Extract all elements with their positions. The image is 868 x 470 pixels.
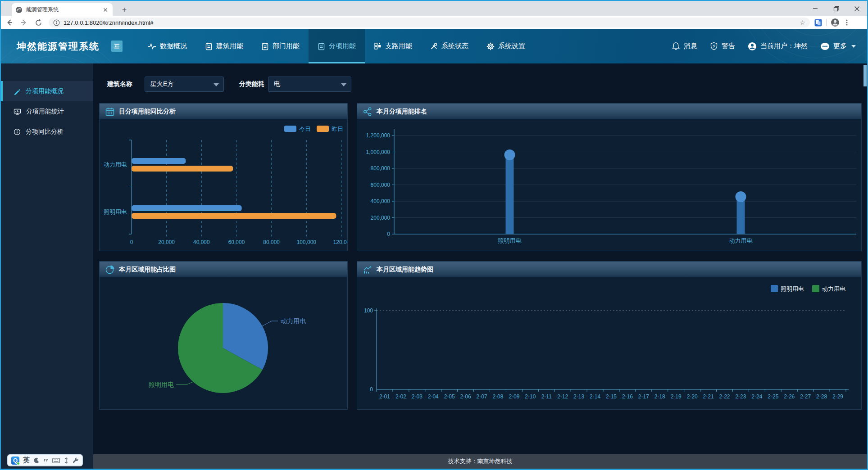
svg-text:2-09: 2-09 (509, 393, 519, 400)
pie-chart-icon (105, 265, 115, 275)
nav-item-building-energy[interactable]: 建筑用能 (196, 29, 252, 63)
filter-bar: 建筑名称 星火E方 分类能耗 电 (93, 77, 867, 92)
new-tab-button[interactable]: + (119, 5, 130, 15)
svg-text:动力用电: 动力用电 (281, 317, 306, 325)
main-navigation: 数据概况 建筑用能 部门用能 (139, 29, 534, 63)
svg-text:动力用电: 动力用电 (104, 161, 127, 168)
svg-text:2-11: 2-11 (541, 393, 552, 400)
sidebar-item-yoy-analysis[interactable]: 分项同比分析 (1, 122, 93, 142)
sidebar-item-overview[interactable]: 分项用能概况 (1, 81, 93, 101)
svg-text:200,000: 200,000 (371, 215, 391, 221)
profile-avatar[interactable] (831, 18, 840, 27)
panel-header: 本月分项用能排名 (357, 104, 861, 120)
panel-pie: 本月区域用能占比图 动力用电照明用电 (99, 261, 348, 410)
browser-tab[interactable]: 能源管理系统 (12, 3, 113, 16)
svg-text:1,200,000: 1,200,000 (366, 132, 391, 139)
energy-select[interactable]: 电 (268, 77, 351, 92)
svg-text:照明用电: 照明用电 (498, 237, 522, 244)
svg-text:2-17: 2-17 (638, 393, 649, 400)
keyboard-icon[interactable] (52, 458, 60, 463)
url-text[interactable]: 127.0.0.1:8020/krznnh/index.html# (64, 19, 800, 26)
svg-text:2-25: 2-25 (768, 393, 778, 400)
messages-button[interactable]: 消息 (672, 42, 697, 50)
header-right: 消息 警告 当前用户：坤然 (672, 29, 856, 63)
svg-text:今日: 今日 (299, 126, 311, 132)
nav-item-department-energy[interactable]: 部门用能 (252, 29, 309, 63)
panel-title: 本月分项用能排名 (377, 108, 427, 116)
svg-text:2-06: 2-06 (460, 393, 471, 400)
user-icon (748, 42, 757, 51)
toggle-icon[interactable] (64, 457, 69, 464)
building-name-label: 建筑名称 (107, 80, 132, 88)
sidebar-item-statistics[interactable]: 分项用能统计 (1, 101, 93, 122)
trend-chart-icon (363, 265, 373, 275)
nav-item-branch-energy[interactable]: 支路用能 (365, 29, 421, 63)
app-header: 坤然能源管理系统 数据概况 (1, 29, 867, 63)
wrench-icon[interactable] (73, 457, 79, 464)
window-close-button[interactable] (846, 1, 867, 16)
gear-icon (486, 42, 495, 50)
chrome-menu-icon[interactable] (844, 19, 850, 26)
forward-button[interactable] (18, 17, 30, 28)
moon-icon[interactable] (33, 457, 40, 464)
browser-toolbar: 127.0.0.1:8020/krznnh/index.html# ☆ (1, 16, 867, 29)
svg-text:800,000: 800,000 (371, 165, 391, 172)
panel-title: 日分项用能同比分析 (119, 108, 176, 116)
trend-chart[interactable]: 10002-012-022-032-042-052-062-072-082-09… (357, 278, 861, 409)
reload-button[interactable] (32, 17, 44, 28)
extension-icon[interactable] (814, 19, 822, 27)
nav-item-system-settings[interactable]: 系统设置 (477, 29, 534, 63)
nav-item-system-status[interactable]: 系统状态 (421, 29, 477, 63)
svg-text:2-22: 2-22 (719, 393, 730, 400)
nav-item-subitem-energy[interactable]: 分项用能 (309, 29, 365, 63)
svg-text:2-10: 2-10 (525, 393, 536, 400)
svg-text:2-03: 2-03 (412, 393, 423, 400)
scrollbar-thumb[interactable] (863, 65, 867, 86)
ime-language-toggle[interactable]: 英 (23, 456, 30, 465)
address-bar[interactable]: 127.0.0.1:8020/krznnh/index.html# ☆ (49, 18, 810, 27)
svg-text:2-13: 2-13 (573, 393, 584, 400)
alerts-button[interactable]: 警告 (710, 42, 735, 50)
svg-text:600,000: 600,000 (371, 182, 391, 188)
main-content: 建筑名称 星火E方 分类能耗 电 (93, 63, 867, 469)
svg-text:2-26: 2-26 (784, 393, 795, 400)
calendar-icon (105, 107, 115, 117)
ranking-chart[interactable]: 0200,000400,000600,000800,0001,000,0001,… (357, 120, 861, 250)
svg-text:2-23: 2-23 (735, 393, 746, 400)
select-caret-icon (214, 83, 219, 86)
ime-logo-icon[interactable]: Q (11, 456, 19, 465)
pie-chart[interactable]: 动力用电照明用电 (100, 278, 347, 409)
ellipsis-icon (820, 42, 830, 50)
svg-text:0: 0 (370, 386, 373, 393)
svg-text:2-15: 2-15 (606, 393, 617, 400)
svg-text:2-21: 2-21 (703, 393, 714, 400)
subitem-energy-icon (318, 42, 325, 50)
svg-text:2-20: 2-20 (687, 393, 698, 400)
building-select[interactable]: 星火E方 (145, 77, 224, 92)
panel-header: 日分项用能同比分析 (100, 104, 347, 120)
tab-close-icon[interactable] (102, 6, 109, 14)
site-info-icon[interactable] (53, 19, 60, 26)
menu-collapse-button[interactable] (111, 41, 123, 52)
svg-text:2-07: 2-07 (477, 393, 487, 400)
svg-text:照明用电: 照明用电 (781, 285, 804, 292)
bell-icon (672, 42, 680, 50)
window-minimize-button[interactable] (805, 1, 826, 16)
panel-header: 本月区域用能趋势图 (357, 262, 861, 278)
favicon-globe-icon (15, 6, 23, 14)
current-user[interactable]: 当前用户：坤然 (748, 42, 808, 51)
nav-item-data-overview[interactable]: 数据概况 (139, 29, 196, 63)
svg-text:100,000: 100,000 (297, 239, 317, 245)
svg-text:2-14: 2-14 (590, 393, 600, 400)
back-button[interactable] (4, 17, 15, 28)
svg-text:2-08: 2-08 (492, 393, 503, 400)
punctuation-icon[interactable] (43, 458, 49, 463)
ime-toolbar[interactable]: Q 英 (7, 454, 83, 466)
panel-header: 本月区域用能占比图 (100, 262, 347, 278)
panel-trend: 本月区域用能趋势图 10002-012-022-032-042-052-062-… (357, 261, 862, 410)
bookmark-star-icon[interactable]: ☆ (800, 19, 805, 26)
more-menu[interactable]: 更多 (820, 42, 856, 50)
select-caret-icon (341, 83, 346, 86)
daily-compare-chart[interactable]: 020,00040,00060,00080,000100,000120,00动力… (100, 120, 347, 250)
window-restore-button[interactable] (826, 1, 846, 16)
